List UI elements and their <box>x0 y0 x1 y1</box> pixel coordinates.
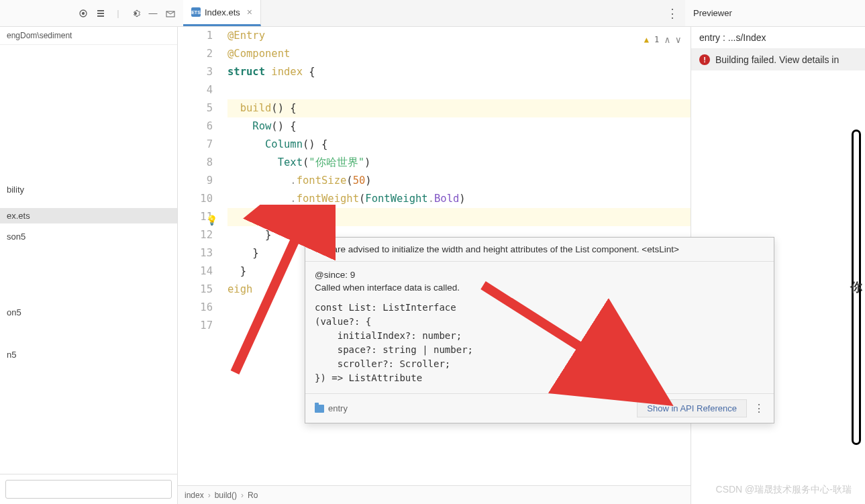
more-icon[interactable]: ⋮ <box>666 6 678 21</box>
editor-tab[interactable]: ETS Index.ets × <box>183 0 261 26</box>
gear-icon[interactable] <box>130 7 142 19</box>
api-reference-button[interactable]: Show in API Reference <box>637 399 747 417</box>
watermark: CSDN @瑞晟技术服务中心-耿瑞 <box>716 484 852 496</box>
preview-device: 你 <box>852 130 861 445</box>
code-line[interactable]: List() <box>227 208 691 226</box>
line-number: 9 <box>178 172 213 190</box>
tab-label: Index.ets <box>205 7 240 17</box>
sidebar-path: engDom\sediment <box>0 27 177 45</box>
line-number: 10 <box>178 190 213 208</box>
code-line[interactable]: .fontWeight(FontWeight.Bold) <box>227 190 691 208</box>
previewer-title: Previewer <box>685 8 860 18</box>
code-line[interactable]: Row() { <box>227 117 691 136</box>
tree-item[interactable]: son5 <box>0 229 177 244</box>
code-line[interactable]: Text("你哈世界") <box>227 154 691 172</box>
tooltip-module: entry <box>328 403 348 413</box>
preview-text: 你 <box>850 279 862 295</box>
chevron-right-icon: › <box>208 491 211 500</box>
code-line[interactable]: Column() { <box>227 136 691 154</box>
svg-rect-3 <box>97 13 104 14</box>
breadcrumb-item[interactable]: build() <box>215 491 237 500</box>
expand-icon[interactable] <box>95 7 107 19</box>
ets-file-icon: ETS <box>191 7 201 17</box>
folder-icon <box>315 405 324 413</box>
line-number: 7 <box>178 136 213 154</box>
line-number: 6 <box>178 117 213 136</box>
line-number: 3 <box>178 63 213 81</box>
code-line[interactable]: build() { <box>227 99 691 117</box>
collapse-icon[interactable]: — <box>147 7 159 19</box>
line-number: 4 <box>178 81 213 99</box>
line-number: 15 <box>178 281 213 299</box>
code-line[interactable] <box>227 81 691 99</box>
breadcrumb-item[interactable]: index <box>185 491 204 500</box>
code-line[interactable]: @Component <box>227 45 691 63</box>
target-icon[interactable] <box>77 7 89 19</box>
next-warning-icon[interactable]: ∨ <box>676 31 681 49</box>
tree-item[interactable]: bility <box>0 182 177 197</box>
warning-count: 1 <box>654 31 659 49</box>
code-line[interactable]: @Entry <box>227 27 691 45</box>
chevron-right-icon: › <box>241 491 244 500</box>
tree-item[interactable]: on5 <box>0 305 177 320</box>
more-options-icon[interactable]: ⋮ <box>754 402 764 415</box>
line-number: 5 <box>178 99 213 117</box>
prev-warning-icon[interactable]: ∧ <box>664 31 670 49</box>
line-number: 17 <box>178 317 213 335</box>
warning-icon: ▲ <box>644 31 649 49</box>
error-text: Building failed. View details in <box>715 54 839 65</box>
search-input[interactable] <box>5 480 172 499</box>
line-number: 13 <box>178 244 213 262</box>
svg-point-1 <box>83 12 85 14</box>
line-number: 14 <box>178 262 213 281</box>
svg-rect-2 <box>97 10 104 11</box>
svg-rect-4 <box>97 15 104 17</box>
line-number: 8 <box>178 154 213 172</box>
tree-item[interactable]: ex.ets <box>0 208 177 223</box>
tooltip-desc: Called when interface data is called. <box>315 283 764 293</box>
tooltip-header: You are advised to initialize the width … <box>305 238 774 262</box>
lightbulb-icon[interactable]: 💡 <box>206 211 217 230</box>
line-number: 16 <box>178 299 213 317</box>
breadcrumb-item[interactable]: Ro <box>248 491 258 500</box>
line-number: 2 <box>178 45 213 63</box>
line-number: 1 <box>178 27 213 45</box>
error-icon: ! <box>699 54 710 65</box>
code-line[interactable]: .fontSize(50) <box>227 172 691 190</box>
previewer-error[interactable]: ! Building failed. View details in <box>691 49 865 70</box>
close-icon[interactable]: × <box>247 7 252 17</box>
tooltip-since: @since: 9 <box>315 270 764 280</box>
tooltip-code: const List: ListInterface (value?: { ini… <box>315 301 764 385</box>
tree-item[interactable]: n5 <box>0 347 177 362</box>
hide-icon[interactable] <box>164 7 176 19</box>
code-line[interactable]: struct index { <box>227 63 691 81</box>
divider-icon: | <box>112 7 124 19</box>
previewer-entry: entry : ...s/Index <box>691 27 865 49</box>
